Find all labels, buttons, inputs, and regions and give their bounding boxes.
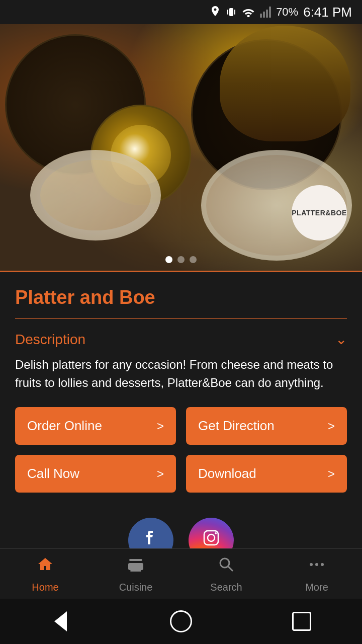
search-icon bbox=[217, 555, 236, 579]
android-recent-icon bbox=[292, 612, 311, 631]
android-home-icon bbox=[170, 610, 192, 632]
svg-point-9 bbox=[215, 532, 217, 534]
status-icons: 70% 6:41 PM bbox=[210, 5, 352, 20]
svg-point-16 bbox=[315, 563, 318, 566]
more-icon bbox=[307, 555, 326, 579]
search-nav-label: Search bbox=[210, 582, 242, 593]
svg-point-8 bbox=[208, 534, 215, 541]
order-online-arrow-icon: > bbox=[157, 419, 164, 433]
svg-rect-5 bbox=[266, 10, 268, 18]
download-label: Download bbox=[198, 466, 256, 481]
description-chevron-icon: ⌄ bbox=[335, 331, 347, 348]
restaurant-name: Platter and Boe bbox=[15, 287, 347, 308]
logo-text: PLATTER&BOE bbox=[292, 209, 346, 217]
android-nav-bar bbox=[0, 599, 362, 644]
svg-rect-11 bbox=[128, 563, 143, 570]
hero-image: PLATTER&BOE bbox=[0, 24, 362, 271]
call-now-button[interactable]: Call Now > bbox=[15, 455, 176, 493]
dot-1 bbox=[165, 256, 172, 263]
nav-more[interactable]: More bbox=[272, 555, 362, 593]
action-buttons-grid: Order Online > Get Direction > Call Now … bbox=[15, 407, 347, 493]
carousel-dots bbox=[165, 256, 197, 263]
android-home-button[interactable] bbox=[166, 606, 196, 636]
wifi-icon bbox=[242, 7, 255, 17]
description-header[interactable]: Description ⌄ bbox=[15, 331, 347, 348]
nav-cuisine[interactable]: Cuisine bbox=[90, 555, 181, 593]
home-nav-label: Home bbox=[32, 582, 58, 593]
nav-search[interactable]: Search bbox=[181, 555, 272, 593]
back-icon bbox=[54, 611, 67, 631]
battery-indicator: 70% bbox=[276, 6, 298, 19]
svg-rect-4 bbox=[263, 12, 265, 18]
cuisine-icon bbox=[126, 555, 145, 579]
more-nav-label: More bbox=[305, 582, 328, 593]
nav-home[interactable]: Home bbox=[0, 555, 90, 593]
status-bar: 70% 6:41 PM bbox=[0, 0, 362, 24]
android-recent-button[interactable] bbox=[287, 606, 317, 636]
svg-rect-3 bbox=[260, 14, 262, 18]
svg-line-14 bbox=[228, 567, 233, 571]
description-label: Description bbox=[15, 332, 85, 348]
signal-icon bbox=[260, 7, 271, 18]
description-text: Delish platters for any occasion! From c… bbox=[15, 356, 347, 392]
food-plate-bottom bbox=[30, 150, 161, 240]
order-online-button[interactable]: Order Online > bbox=[15, 407, 176, 445]
svg-rect-0 bbox=[229, 8, 233, 16]
cuisine-nav-label: Cuisine bbox=[119, 582, 153, 593]
call-now-label: Call Now bbox=[27, 466, 79, 481]
svg-rect-6 bbox=[269, 7, 271, 18]
get-direction-button[interactable]: Get Direction > bbox=[186, 407, 347, 445]
svg-point-15 bbox=[310, 563, 313, 566]
location-icon bbox=[210, 6, 221, 18]
svg-point-17 bbox=[321, 563, 324, 566]
clock: 6:41 PM bbox=[303, 5, 352, 20]
get-direction-arrow-icon: > bbox=[328, 419, 335, 433]
svg-rect-1 bbox=[227, 10, 228, 15]
download-button[interactable]: Download > bbox=[186, 455, 347, 493]
get-direction-label: Get Direction bbox=[198, 418, 275, 434]
svg-rect-2 bbox=[234, 10, 235, 15]
call-now-arrow-icon: > bbox=[157, 467, 164, 481]
bottom-navigation: Home Cuisine Search More bbox=[0, 548, 362, 599]
logo-badge: PLATTER&BOE bbox=[292, 185, 347, 240]
home-icon bbox=[36, 555, 55, 579]
svg-point-13 bbox=[220, 558, 229, 568]
dot-2 bbox=[177, 256, 185, 263]
order-online-label: Order Online bbox=[27, 418, 102, 434]
vibrate-icon bbox=[226, 6, 237, 18]
download-arrow-icon: > bbox=[328, 467, 335, 481]
svg-rect-10 bbox=[129, 559, 142, 561]
dot-3 bbox=[190, 256, 197, 263]
svg-rect-12 bbox=[130, 570, 141, 572]
name-divider bbox=[15, 318, 347, 319]
android-back-button[interactable] bbox=[45, 606, 75, 636]
